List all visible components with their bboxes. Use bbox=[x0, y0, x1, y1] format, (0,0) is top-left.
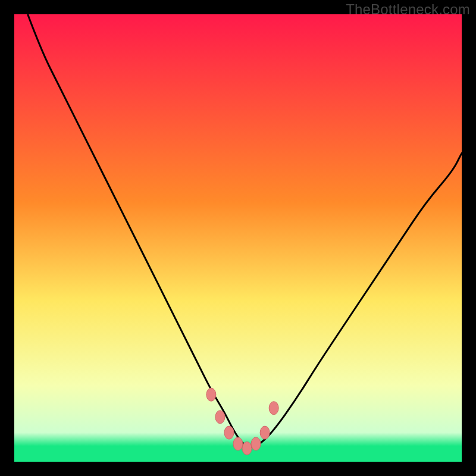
marker-point bbox=[224, 426, 234, 439]
marker-point bbox=[260, 426, 270, 439]
marker-point bbox=[206, 388, 216, 401]
marker-point bbox=[251, 437, 261, 450]
marker-point bbox=[269, 402, 278, 415]
chart-frame: TheBottleneck.com bbox=[0, 0, 476, 476]
marker-point bbox=[215, 411, 225, 424]
marker-point bbox=[242, 441, 252, 455]
gradient-background bbox=[14, 14, 462, 462]
marker-point bbox=[233, 437, 243, 450]
bottleneck-chart bbox=[14, 14, 462, 462]
plot-area bbox=[14, 14, 462, 462]
